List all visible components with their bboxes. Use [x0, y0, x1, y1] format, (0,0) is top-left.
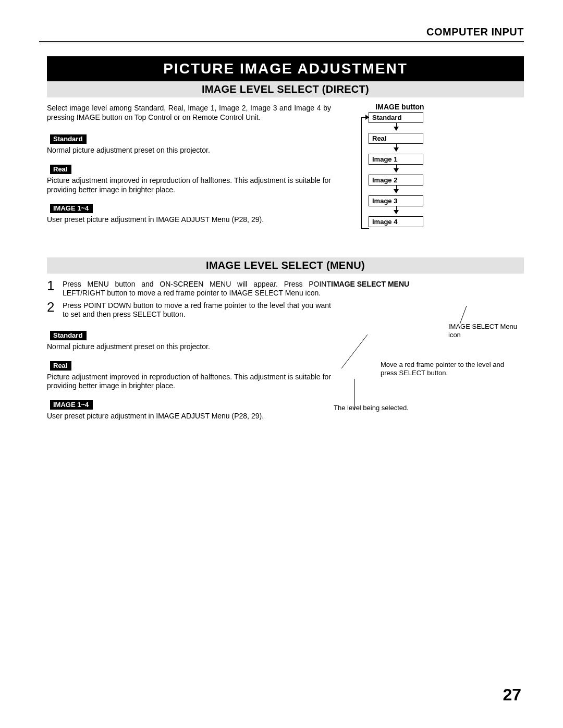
- annot-menu-icon: IMAGE SELECT Menu icon: [448, 323, 521, 340]
- desc-real: Picture adjustment improved in reproduct…: [47, 176, 331, 194]
- divider: [39, 41, 524, 43]
- tag-image14: IMAGE 1~4: [50, 204, 93, 213]
- tag-real-2: Real: [50, 361, 71, 371]
- desc-standard: Normal picture adjustment preset on this…: [47, 146, 331, 155]
- flow-image1: Image 1: [369, 154, 423, 165]
- svg-line-1: [341, 335, 368, 368]
- section-heading-direct: IMAGE LEVEL SELECT (DIRECT): [47, 81, 524, 97]
- desc-image14: User preset picture adjustment in IMAGE …: [47, 215, 331, 225]
- desc-real-2: Picture adjustment improved in reproduct…: [47, 373, 331, 391]
- step-1-text: Press MENU button and ON-SCREEN MENU wil…: [63, 280, 331, 298]
- flow-image3: Image 3: [369, 195, 423, 206]
- tag-standard: Standard: [50, 134, 87, 144]
- intro-text: Select image level among Standard, Real,…: [47, 104, 331, 122]
- desc-image14-2: User preset picture adjustment in IMAGE …: [47, 412, 331, 421]
- page-number: 27: [503, 685, 521, 705]
- tag-image14-2: IMAGE 1~4: [50, 400, 93, 410]
- flow-standard: Standard: [369, 112, 423, 123]
- breadcrumb-section: COMPUTER INPUT: [39, 26, 524, 38]
- svg-line-0: [460, 306, 467, 324]
- step-2-text: Press POINT DOWN button to move a red fr…: [63, 301, 331, 319]
- step-2-num: 2: [47, 300, 63, 314]
- image-button-flow: IMAGE button Standard Real Image 1 Image…: [357, 103, 524, 227]
- flow-real: Real: [369, 133, 423, 144]
- tag-real: Real: [50, 165, 71, 174]
- annot-level-selected: The level being selected.: [334, 404, 464, 412]
- annot-move-pointer: Move a red frame pointer to the level an…: [381, 361, 511, 378]
- image-select-menu-heading: IMAGE SELECT MENU: [331, 280, 524, 288]
- step-1-num: 1: [47, 279, 63, 292]
- flow-title: IMAGE button: [369, 103, 431, 111]
- section-heading-menu: IMAGE LEVEL SELECT (MENU): [47, 257, 524, 274]
- flow-image2: Image 2: [369, 175, 423, 186]
- page-title: PICTURE IMAGE ADJUSTMENT: [47, 56, 524, 81]
- flow-image4: Image 4: [369, 216, 423, 227]
- desc-standard-2: Normal picture adjustment preset on this…: [47, 342, 331, 352]
- tag-standard-2: Standard: [50, 331, 87, 340]
